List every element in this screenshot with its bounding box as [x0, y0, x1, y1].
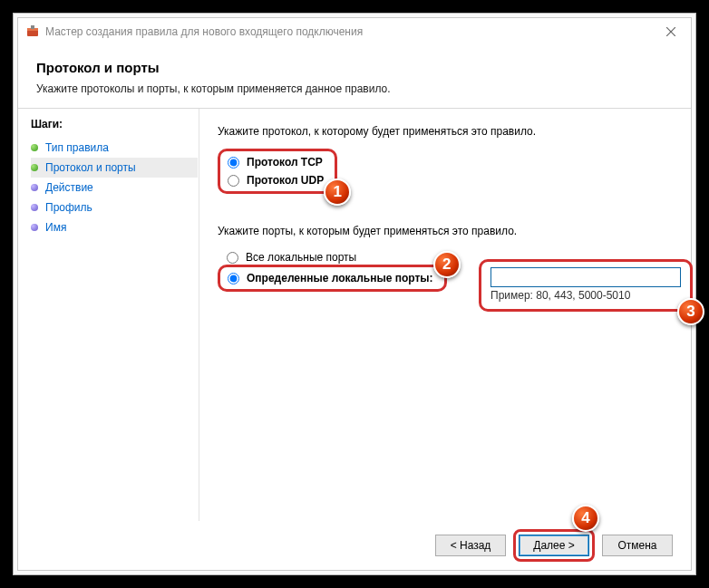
radio-tcp-row[interactable]: Протокол TCP — [222, 153, 329, 171]
wizard-window: Мастер создания правила для нового входя… — [17, 17, 692, 571]
protocol-group-highlight: Протокол TCP Протокол UDP 1 — [218, 149, 337, 194]
radio-all-ports[interactable] — [227, 252, 238, 264]
step-profile[interactable]: Профиль — [31, 198, 199, 217]
firewall-icon — [25, 24, 40, 39]
radio-udp-row[interactable]: Протокол UDP — [222, 171, 329, 189]
step-label: Тип правила — [45, 141, 109, 154]
page-subtitle: Укажите протоколы и порты, к которым при… — [36, 82, 673, 95]
callout-4: 4 — [572, 505, 599, 532]
step-action[interactable]: Действие — [31, 178, 199, 198]
step-label: Действие — [45, 181, 93, 194]
protocol-prompt: Укажите протокол, к которому будет приме… — [218, 125, 669, 138]
cancel-button[interactable]: Отмена — [602, 535, 673, 556]
step-rule-type[interactable]: Тип правила — [31, 138, 199, 158]
wizard-header: Протокол и порты Укажите протоколы и пор… — [18, 45, 691, 109]
bullet-icon — [31, 144, 38, 151]
step-protocol-ports[interactable]: Протокол и порты — [31, 158, 198, 178]
back-button[interactable]: < Назад — [435, 535, 506, 556]
ports-prompt: Укажите порты, к которым будет применять… — [218, 225, 669, 237]
close-icon — [666, 27, 675, 36]
radio-udp[interactable] — [228, 175, 239, 187]
port-input-highlight: Пример: 80, 443, 5000-5010 3 — [479, 259, 693, 312]
outer-frame: Мастер создания правила для нового входя… — [13, 13, 696, 575]
bullet-icon — [31, 204, 38, 211]
steps-label: Шаги: — [31, 118, 199, 130]
button-bar: < Назад Далее > 4 Отмена — [18, 521, 691, 570]
step-label: Протокол и порты — [45, 161, 136, 174]
port-example: Пример: 80, 443, 5000-5010 — [490, 289, 681, 302]
step-label: Имя — [45, 221, 66, 234]
wizard-content: Укажите протокол, к которому будет приме… — [199, 109, 691, 521]
port-input[interactable] — [490, 267, 681, 287]
next-button-highlight: Далее > 4 — [513, 529, 595, 562]
titlebar: Мастер создания правила для нового входя… — [18, 18, 691, 45]
close-button[interactable] — [651, 18, 691, 45]
steps-sidebar: Шаги: Тип правила Протокол и порты Дейст… — [18, 109, 199, 521]
bullet-icon — [31, 224, 38, 231]
radio-specific-ports[interactable] — [228, 273, 239, 284]
window-title: Мастер создания правила для нового входя… — [45, 25, 363, 38]
specific-ports-highlight: Определенные локальные порты: 2 — [218, 265, 447, 292]
radio-tcp-label: Протокол TCP — [247, 156, 323, 169]
radio-specific-ports-label: Определенные локальные порты: — [247, 272, 433, 284]
step-label: Профиль — [45, 201, 92, 214]
radio-udp-label: Протокол UDP — [247, 174, 324, 187]
radio-all-ports-label: Все локальные порты — [246, 251, 356, 264]
radio-tcp[interactable] — [228, 157, 239, 169]
next-button[interactable]: Далее > — [519, 535, 589, 556]
callout-1: 1 — [324, 178, 351, 206]
step-name[interactable]: Имя — [31, 217, 199, 237]
svg-rect-2 — [31, 25, 34, 29]
bullet-icon — [31, 164, 38, 171]
callout-3: 3 — [677, 298, 704, 325]
radio-specific-ports-row[interactable]: Определенные локальные порты: — [222, 269, 439, 287]
page-title: Протокол и порты — [36, 60, 673, 75]
bullet-icon — [31, 184, 38, 191]
callout-2: 2 — [433, 251, 461, 278]
